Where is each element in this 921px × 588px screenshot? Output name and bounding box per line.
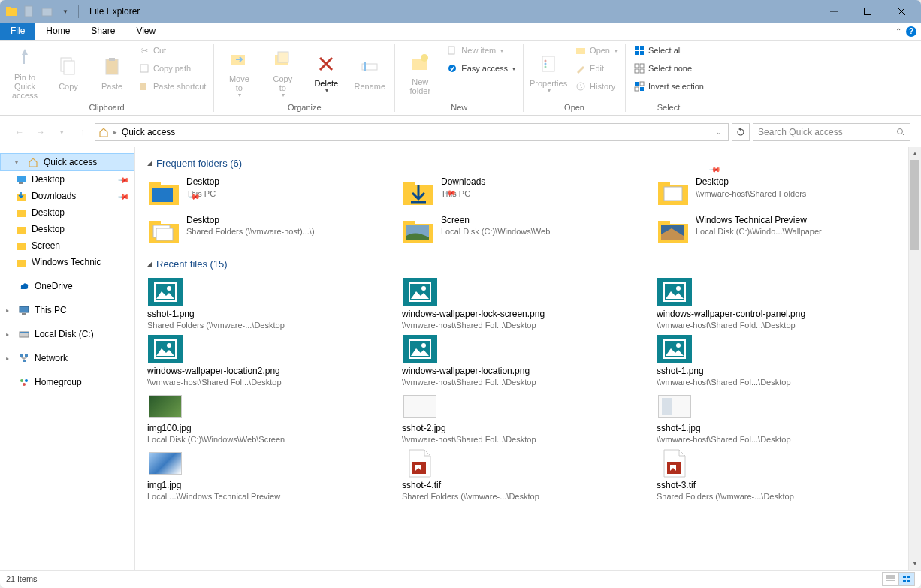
copy-path-button[interactable]: Copy path xyxy=(135,60,209,77)
titlebar: ▼ File Explorer xyxy=(0,0,921,23)
svg-rect-74 xyxy=(403,221,415,225)
copy-to-button[interactable]: Copy to▾ xyxy=(262,42,303,101)
folder-item[interactable]: DesktopThis PC📌 xyxy=(147,176,387,210)
organize-group-label: Organize xyxy=(219,101,390,115)
collapse-ribbon-icon[interactable]: ⌃ xyxy=(895,27,901,35)
folder-icon xyxy=(657,176,690,207)
frequent-folders-header[interactable]: ◢Frequent folders (6) xyxy=(147,158,896,169)
file-thumb xyxy=(147,448,183,478)
app-icon[interactable] xyxy=(3,3,20,20)
folder-icon xyxy=(657,215,690,245)
folder-item[interactable]: DesktopShared Folders (\\vmware-host)...… xyxy=(147,215,387,245)
file-name: sshot-1.png xyxy=(147,309,387,319)
sidebar-onedrive[interactable]: ▸OneDrive xyxy=(0,278,134,294)
close-button[interactable] xyxy=(884,0,918,23)
sidebar-desktop-2[interactable]: Desktop xyxy=(0,204,134,221)
qat-newfolder-icon[interactable] xyxy=(39,3,56,20)
recent-locations-dropdown[interactable]: ▾ xyxy=(53,123,71,141)
paste-button[interactable]: Paste xyxy=(92,42,132,101)
copy-button[interactable]: Copy xyxy=(48,42,89,101)
file-item[interactable]: sshot-4.tifShared Folders (\\vmware-...\… xyxy=(402,448,642,501)
select-none-button[interactable]: Select none xyxy=(630,60,707,77)
vertical-scrollbar[interactable]: ▲ ▼ xyxy=(908,147,921,570)
recent-files-header[interactable]: ◢Recent files (15) xyxy=(147,258,896,270)
sidebar-thispc[interactable]: ▸This PC xyxy=(0,302,134,318)
delete-button[interactable]: Delete▾ xyxy=(306,42,346,101)
up-button[interactable]: ↑ xyxy=(74,123,92,141)
file-item[interactable]: img1.jpgLocal ...\Windows Technical Prev… xyxy=(147,448,387,501)
file-item[interactable]: sshot-1.jpg\\vmware-host\Shared Fol...\D… xyxy=(657,391,896,444)
address-bar[interactable]: ▸ Quick access ⌄ xyxy=(95,123,729,141)
forward-button[interactable]: → xyxy=(32,123,50,141)
file-item[interactable]: sshot-1.pngShared Folders (\\vmware-...\… xyxy=(147,277,387,330)
folder-item[interactable]: DownloadsThis PC📌 xyxy=(402,176,642,210)
sidebar-wintech[interactable]: Windows Technic xyxy=(0,254,134,270)
file-item[interactable]: windows-wallpaper-control-panel.png\\vmw… xyxy=(657,277,896,330)
sidebar-screen[interactable]: Screen xyxy=(0,237,134,254)
edit-button[interactable]: Edit xyxy=(572,60,621,77)
help-icon[interactable]: ? xyxy=(906,26,916,37)
minimize-button[interactable] xyxy=(817,0,850,23)
file-path: \\vmware-host\Shared Fol...\Desktop xyxy=(657,435,896,444)
sidebar-localdisk[interactable]: ▸Local Disk (C:) xyxy=(0,326,134,342)
sidebar-network[interactable]: ▸Network xyxy=(0,350,134,366)
window-title: File Explorer xyxy=(89,6,140,17)
folder-item[interactable]: Desktop\\vmware-host\Shared Folders📌 xyxy=(657,176,896,210)
file-item[interactable]: sshot-1.png\\vmware-host\Shared Fol...\D… xyxy=(657,334,896,387)
file-item[interactable]: windows-wallpaper-location2.png\\vmware-… xyxy=(147,334,387,387)
tab-file[interactable]: File xyxy=(0,23,35,40)
navigation-bar: ← → ▾ ↑ ▸ Quick access ⌄ Search Quick ac… xyxy=(6,120,915,144)
file-item[interactable]: sshot-2.jpg\\vmware-host\Shared Fol...\D… xyxy=(402,391,642,444)
open-button[interactable]: Open▾ xyxy=(572,42,621,59)
file-item[interactable]: windows-wallpaper-lock-screen.png\\vmwar… xyxy=(402,277,642,330)
svg-rect-67 xyxy=(658,182,670,187)
scroll-thumb[interactable] xyxy=(910,160,919,250)
new-folder-button[interactable]: New folder xyxy=(400,42,440,101)
svg-rect-51 xyxy=(22,313,26,315)
breadcrumb[interactable]: Quick access xyxy=(122,127,175,137)
tab-home[interactable]: Home xyxy=(35,23,80,40)
svg-rect-49 xyxy=(17,260,26,267)
search-input[interactable]: Search Quick access xyxy=(753,123,910,141)
sidebar-desktop-1[interactable]: Desktop📌 xyxy=(0,171,134,188)
file-path: Local ...\Windows Technical Preview xyxy=(147,492,387,501)
tab-view[interactable]: View xyxy=(125,23,166,40)
folder-item[interactable]: ScreenLocal Disk (C:)\Windows\Web xyxy=(402,215,642,245)
refresh-button[interactable] xyxy=(732,123,750,141)
file-item[interactable]: windows-wallpaper-location.png\\vmware-h… xyxy=(402,334,642,387)
sidebar-desktop-3[interactable]: Desktop xyxy=(0,221,134,237)
history-button[interactable]: History xyxy=(572,78,621,95)
address-dropdown[interactable]: ⌄ xyxy=(716,128,725,136)
rename-button[interactable]: Rename xyxy=(349,42,390,101)
sidebar-quick-access[interactable]: ▾Quick access xyxy=(0,153,134,171)
file-thumb xyxy=(657,334,693,364)
cut-button[interactable]: ✂Cut xyxy=(135,42,209,59)
qat-properties-icon[interactable] xyxy=(21,3,38,20)
select-all-button[interactable]: Select all xyxy=(630,42,707,59)
file-item[interactable]: sshot-3.tifShared Folders (\\vmware-...\… xyxy=(657,448,896,501)
qat-dropdown[interactable]: ▼ xyxy=(57,3,74,20)
file-path: Local Disk (C:)\Windows\Web\Screen xyxy=(147,435,387,444)
details-view-button[interactable] xyxy=(882,572,898,586)
icons-view-button[interactable] xyxy=(898,572,915,586)
paste-shortcut-button[interactable]: Paste shortcut xyxy=(135,78,209,95)
easy-access-button[interactable]: Easy access▾ xyxy=(443,60,518,77)
maximize-button[interactable] xyxy=(850,0,884,23)
file-thumb xyxy=(147,334,183,364)
sidebar-homegroup[interactable]: ▸Homegroup xyxy=(0,374,134,390)
pin-quick-access-button[interactable]: Pin to Quick access xyxy=(5,42,45,101)
svg-rect-96 xyxy=(903,576,906,578)
sidebar-downloads[interactable]: Downloads📌 xyxy=(0,188,134,204)
tab-share[interactable]: Share xyxy=(80,23,125,40)
invert-selection-button[interactable]: Invert selection xyxy=(630,78,707,95)
scroll-down-arrow[interactable]: ▼ xyxy=(909,557,921,570)
file-item[interactable]: img100.jpgLocal Disk (C:)\Windows\Web\Sc… xyxy=(147,391,387,444)
scroll-up-arrow[interactable]: ▲ xyxy=(909,147,921,160)
new-item-button[interactable]: New item▾ xyxy=(443,42,518,59)
properties-button[interactable]: Properties▾ xyxy=(528,42,569,101)
file-path: Shared Folders (\\vmware-...\Desktop xyxy=(402,492,642,501)
move-to-button[interactable]: Move to▾ xyxy=(219,42,259,101)
open-group-label: Open xyxy=(528,101,621,115)
back-button[interactable]: ← xyxy=(11,123,29,141)
file-path: \\vmware-host\Shared Fol...\Desktop xyxy=(402,378,642,387)
